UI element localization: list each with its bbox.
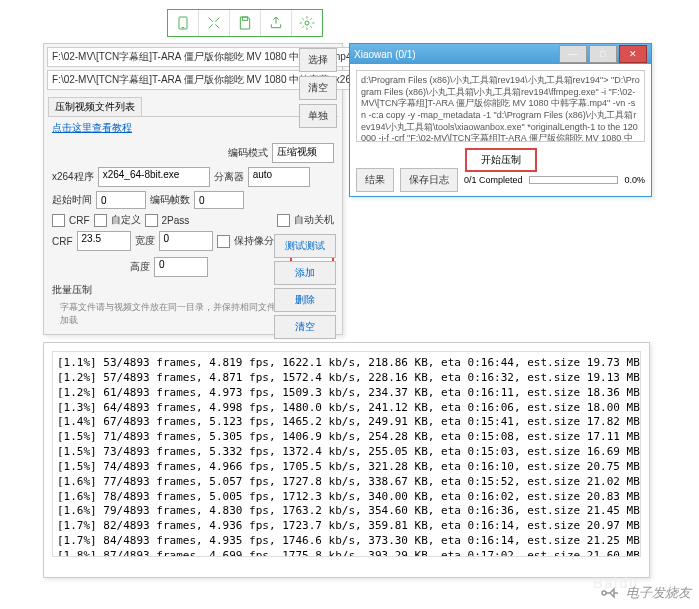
- encode-frames-label: 编码帧数: [150, 193, 190, 207]
- mode-label: 编码模式: [228, 146, 268, 160]
- x264-select[interactable]: x264_64-8bit.exe: [98, 167, 210, 187]
- tab-bar: 压制视频文件列表: [48, 97, 338, 117]
- splitter-select[interactable]: auto: [248, 167, 310, 187]
- titlebar: Xiaowan (0/1) — □ ✕: [350, 44, 651, 64]
- encode-frames-input[interactable]: [194, 191, 244, 209]
- clear2-button[interactable]: 清空: [274, 315, 336, 339]
- encoder-settings-window: F:\02-MV\[TCN字幕组]T-ARA 僵尸版你能吃 MV 1080 中韩…: [43, 43, 343, 335]
- encode-mode-select[interactable]: 压缩视频: [272, 143, 334, 163]
- x264-label: x264程序: [52, 170, 94, 184]
- close-button[interactable]: ✕: [619, 45, 647, 63]
- console-output: [1.1%] 53/4893 frames, 4.819 fps, 1622.1…: [52, 351, 641, 557]
- crf-val-label: CRF: [52, 236, 73, 247]
- settings-icon[interactable]: [292, 10, 322, 36]
- window-title: Xiaowan (0/1): [354, 49, 416, 60]
- single-button[interactable]: 单独: [299, 104, 337, 128]
- maximize-button[interactable]: □: [589, 45, 617, 63]
- svg-rect-2: [242, 17, 247, 20]
- svg-point-3: [305, 21, 309, 25]
- minimize-button[interactable]: —: [559, 45, 587, 63]
- batch-label: 批量压制: [52, 283, 92, 297]
- tablet-icon[interactable]: [168, 10, 199, 36]
- status-text: 0/1 Completed: [464, 175, 523, 185]
- start-input[interactable]: [96, 191, 146, 209]
- keep-res-check[interactable]: [217, 235, 230, 248]
- start-label: 起始时间: [52, 193, 92, 207]
- share-icon[interactable]: [261, 10, 292, 36]
- crf-radio[interactable]: [52, 214, 65, 227]
- custom-radio[interactable]: [94, 214, 107, 227]
- add-button[interactable]: 添加: [274, 261, 336, 285]
- console-window: [1.1%] 53/4893 frames, 4.819 fps, 1622.1…: [43, 342, 650, 578]
- svg-point-4: [602, 591, 606, 595]
- auto-shutdown-check[interactable]: [277, 214, 290, 227]
- result-button[interactable]: 结果: [356, 168, 394, 192]
- split-label: 分离器: [214, 170, 244, 184]
- save-icon[interactable]: [230, 10, 261, 36]
- select-button[interactable]: 选择: [299, 48, 337, 72]
- width-spinner[interactable]: 0: [159, 231, 213, 251]
- site-watermark: 电子发烧友: [598, 581, 691, 605]
- save-log-button[interactable]: 保存日志: [400, 168, 458, 192]
- floating-toolbar: [167, 9, 323, 37]
- crf-spinner[interactable]: 23.5: [77, 231, 131, 251]
- clear-button[interactable]: 清空: [299, 76, 337, 100]
- tab[interactable]: 压制视频文件列表: [48, 97, 142, 116]
- progress-bar: [529, 176, 619, 184]
- 2pass-radio[interactable]: [145, 214, 158, 227]
- delete-button[interactable]: 删除: [274, 288, 336, 312]
- command-log: d:\Program Files (x86)\小丸工具箱rev194\小丸工具箱…: [356, 70, 645, 142]
- expand-icon[interactable]: [199, 10, 230, 36]
- progress-window: Xiaowan (0/1) — □ ✕ d:\Program Files (x8…: [349, 43, 652, 197]
- diode-icon: [598, 581, 622, 605]
- percent-text: 0.0%: [624, 175, 645, 185]
- tutorial-link[interactable]: 点击这里查看教程: [52, 121, 132, 135]
- test-button[interactable]: 测试测试: [274, 234, 336, 258]
- height-spinner[interactable]: 0: [154, 257, 208, 277]
